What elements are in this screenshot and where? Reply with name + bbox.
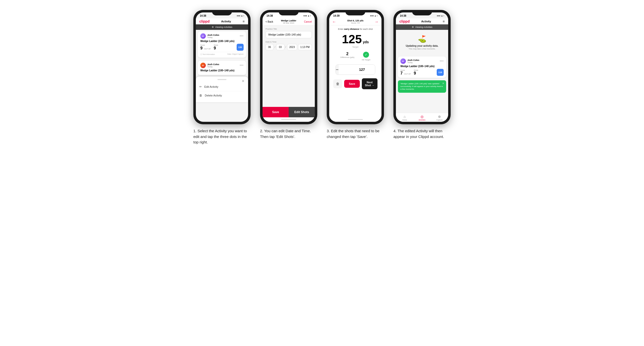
avatar-1: JC	[200, 33, 206, 39]
shots-value-1: 9	[214, 46, 216, 50]
yardage-unit-3: yds	[363, 40, 369, 44]
toast-close-4[interactable]: ✕	[442, 82, 444, 85]
input-stepper-3: − +	[336, 64, 375, 75]
card-footer-1: ⓘ Test Information Data: Clippd Capture	[200, 52, 244, 56]
status-icons-1: ●●● ▲ ▪	[237, 15, 244, 17]
back-arrow-3[interactable]: ←	[332, 20, 336, 24]
score-block-4: Score 7 OUT OF	[400, 69, 411, 76]
yardage-value-3: 125	[342, 33, 362, 45]
delete-icon: 🗑	[199, 94, 202, 97]
capture-nav-icon-4: ⊕	[438, 115, 441, 119]
form-header-center-2: Wedge Ladder 06 Mar 2023	[281, 19, 296, 24]
activity-card-1[interactable]: JC Josh Coles Today ••• Wedge Ladder (10…	[198, 31, 246, 58]
golf-icon-4: ⛳	[418, 35, 426, 43]
update-banner-4: ⛳ Updating your activity data. This may …	[396, 30, 448, 55]
nav-activities-4[interactable]: ◎ Activities	[413, 115, 431, 121]
viewing-label-1: Viewing Activities	[215, 26, 232, 28]
phone-3: 14:39 ●●● ▲ ▪ ← Shot 6, 125 yds Score 7/…	[327, 10, 384, 124]
three-dots-1[interactable]: •••	[240, 34, 244, 38]
caption-3: 3. Edit the shots that need to be change…	[327, 128, 384, 140]
edit-activity-item[interactable]: ✏ Edit Activity	[199, 83, 244, 91]
caption-2: 2. You can edit Date and Time. Then tap …	[260, 128, 317, 140]
bottom-nav-4: ⌂ Home ◎ Activities ⊕ Capture	[396, 113, 448, 122]
sheet-close-1[interactable]: ✕	[242, 79, 244, 83]
score-value-1: 9	[200, 46, 202, 50]
toast-message-4: 'Wedge Ladder (100–140 yds)' was updated…	[400, 83, 443, 90]
form-body-2: Practice Title Wedge Ladder (100–140 yds…	[262, 25, 315, 107]
activity-card-4[interactable]: JC Josh Coles Today ••• Wedge Ladder (10…	[398, 56, 446, 78]
practice-title-input-2[interactable]: Wedge Ladder (100–140 yds)	[266, 31, 312, 38]
viewing-icon-1: ⚙	[212, 26, 214, 28]
notch-1	[212, 10, 232, 15]
status-time-3: 14:39	[333, 14, 340, 17]
form-buttons-2: Save Edit Shots	[262, 107, 315, 117]
cancel-btn-2[interactable]: Cancel	[304, 20, 312, 23]
status-time-1: 14:38	[200, 14, 206, 17]
viewing-banner-4: ⚙ Viewing Activities	[396, 24, 448, 30]
hit-target-col-3: ✓ Hit Target	[362, 52, 370, 61]
sep-1-2: /	[274, 46, 275, 48]
decrement-btn-3[interactable]: −	[336, 65, 339, 75]
stepper-input-3[interactable]	[339, 65, 375, 75]
delete-label: Delete Activity	[205, 94, 222, 97]
save-btn-2[interactable]: Save	[262, 107, 289, 117]
notch-3	[346, 10, 365, 15]
avatar-2: JC	[200, 63, 206, 68]
forward-arrow-3[interactable]: →	[374, 20, 378, 24]
update-subtitle-4: This may take a few moments.	[408, 48, 436, 50]
score-row-4: Score 7 OUT OF Shots 9 118	[400, 69, 444, 76]
edit-label: Edit Activity	[204, 85, 218, 88]
activity-title-2: Wedge Ladder (100–140 yds)	[200, 69, 244, 72]
difference-value-3: 2	[340, 52, 354, 56]
status-time-4: 14:38	[400, 14, 406, 17]
card-header-2: JC Josh Coles Today •••	[200, 63, 244, 68]
hit-target-icon-3: ✓	[363, 52, 369, 58]
phone-3-column: 14:39 ●●● ▲ ▪ ← Shot 6, 125 yds Score 7/…	[326, 10, 385, 140]
status-icons-4: ●●● ▲ ▪	[437, 15, 444, 17]
phone-1-column: 14:38 ●●● ▲ ▪ clippd Activity ≡ ⚙ Viewin…	[192, 10, 252, 145]
shots-value-4: 9	[414, 71, 416, 75]
out-of-4: OUT OF	[404, 73, 410, 75]
notch-4	[412, 10, 432, 15]
activity-card-2[interactable]: JC Josh Coles Today ••• Wedge Ladder (10…	[198, 61, 246, 75]
day-input-2[interactable]: 06	[266, 44, 274, 50]
month-input-2[interactable]: 03	[276, 44, 284, 50]
datetime-row-2: 06 / 03 / 2023 1:13 PM	[266, 44, 312, 50]
time-input-2[interactable]: 1:13 PM	[298, 44, 312, 50]
three-dots-4[interactable]: •••	[440, 59, 444, 63]
hit-target-label-3: Hit Target	[362, 59, 370, 61]
phone-2-column: 14:38 ●●● ▲ ▪ < Back Wedge Ladder 06 Mar…	[259, 10, 318, 140]
shot-action-row-3: 🗑 Save Next Shot →	[332, 78, 378, 89]
spacer-4	[396, 94, 448, 113]
delete-btn-3[interactable]: 🗑	[333, 79, 342, 88]
difference-label-3: Difference (yds)	[340, 56, 354, 58]
nav-capture-4[interactable]: ⊕ Capture	[431, 115, 448, 121]
phone-4: 14:38 ●●● ▲ ▪ clippd Activity ≡ ⚙ Viewin…	[394, 10, 451, 124]
user-row-2: JC Josh Coles Today	[200, 63, 219, 68]
edit-shots-btn-2[interactable]: Edit Shots	[289, 107, 315, 117]
three-dots-2[interactable]: •••	[240, 64, 244, 67]
shots-block-1: Shots 9	[214, 44, 218, 50]
sheet-handle-1	[218, 79, 226, 80]
yardage-display-3: 125 yds	[342, 33, 369, 45]
footer-left-1: ⓘ Test Information	[200, 53, 215, 56]
quality-badge-4: 118	[437, 69, 444, 76]
score-label-4: Score	[400, 69, 411, 71]
logo-4: clippd	[400, 19, 410, 23]
home-indicator-3	[329, 117, 382, 122]
delete-activity-item[interactable]: 🗑 Delete Activity	[199, 91, 244, 100]
save-btn-3[interactable]: Save	[344, 80, 360, 88]
user-date-2: Today	[207, 66, 219, 68]
back-btn-2[interactable]: < Back	[266, 20, 273, 23]
user-date-1: Today	[207, 36, 219, 38]
phone-2: 14:38 ●●● ▲ ▪ < Back Wedge Ladder 06 Mar…	[260, 10, 317, 124]
shots-block-4: Shots 9	[414, 69, 418, 76]
nav-home-4[interactable]: ⌂ Home	[396, 115, 413, 121]
bottom-sheet-1: ✕ ✏ Edit Activity 🗑 Delete Activity	[196, 77, 248, 102]
menu-icon-1[interactable]: ≡	[242, 19, 244, 23]
next-shot-btn-3[interactable]: Next Shot →	[362, 78, 378, 89]
shot-title-3: Shot 6, 125 yds	[347, 19, 364, 22]
year-input-2[interactable]: 2023	[287, 44, 297, 50]
menu-icon-4[interactable]: ≡	[443, 19, 445, 23]
card-header-4: JC Josh Coles Today •••	[400, 58, 444, 64]
